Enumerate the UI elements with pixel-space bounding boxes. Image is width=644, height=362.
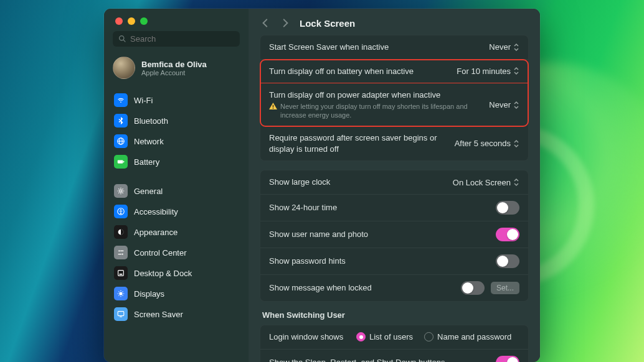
row-large-clock: Show large clock On Lock Screen (260, 170, 528, 195)
sidebar-item-label: Network (134, 137, 164, 146)
warning-icon (269, 103, 277, 110)
svg-point-13 (121, 253, 123, 254)
sidebar-item-label: Screen Saver (134, 310, 183, 319)
back-button[interactable] (260, 17, 271, 29)
row-screen-saver: Start Screen Saver when inactive Never (260, 35, 528, 60)
svg-point-11 (118, 250, 120, 251)
displays-icon (114, 287, 128, 300)
sidebar-item-battery[interactable]: Battery (110, 152, 242, 172)
avatar (113, 57, 135, 79)
search-input[interactable] (113, 31, 240, 47)
svg-point-17 (119, 292, 122, 295)
display-battery-popup[interactable]: For 10 minutes (457, 67, 519, 76)
page-title: Lock Screen (300, 18, 355, 29)
row-password-hints: Show password hints (260, 248, 528, 275)
row-login-window-shows: Login window shows List of users Name an… (260, 325, 528, 350)
network-icon (114, 134, 128, 148)
sidebar-item-label: General (134, 187, 163, 196)
label: Turn display off on power adapter when i… (269, 90, 483, 101)
label: Show 24-hour time (269, 202, 490, 213)
sidebar-item-appearance[interactable]: Appearance (110, 222, 242, 242)
switching-user-group: Login window shows List of users Name an… (260, 325, 529, 362)
svg-rect-5 (118, 160, 123, 163)
fullscreen-button[interactable] (140, 17, 148, 25)
toggle-sleep-restart[interactable] (496, 356, 519, 362)
sidebar-item-label: Accessibility (134, 207, 178, 216)
section-header-switching: When Switching User (260, 310, 529, 325)
svg-rect-18 (118, 312, 124, 316)
sidebar-item-control-center[interactable]: Control Center (110, 243, 242, 262)
svg-line-1 (123, 40, 125, 42)
sidebar-item-accessibility[interactable]: Accessibility (110, 202, 242, 221)
battery-icon (114, 155, 128, 169)
control-center-icon (114, 246, 128, 259)
radio-list-of-users[interactable]: List of users (356, 332, 413, 341)
display-power-popup[interactable]: Never (489, 100, 519, 109)
sidebar-item-label: Control Center (134, 248, 187, 258)
sidebar-item-wifi[interactable]: Wi-Fi (110, 90, 242, 110)
row-display-battery: Turn display off on battery when inactiv… (260, 60, 528, 84)
account-name: Bemfica de Oliva (141, 60, 207, 69)
chevron-up-down-icon (513, 43, 519, 52)
wifi-icon (114, 93, 128, 107)
sidebar-item-label: Battery (134, 157, 159, 167)
sidebar-item-displays[interactable]: Displays (110, 284, 242, 304)
label: Turn display off on battery when inactiv… (269, 66, 450, 77)
row-24-hour-time: Show 24-hour time (260, 195, 528, 221)
row-user-photo: Show user name and photo (260, 221, 528, 248)
svg-rect-6 (123, 161, 124, 163)
chevron-up-down-icon (513, 139, 519, 148)
large-clock-popup[interactable]: On Lock Screen (453, 178, 519, 187)
label: Login window shows (269, 332, 350, 343)
chevron-up-down-icon (513, 67, 519, 75)
sidebar-item-general[interactable]: General (110, 181, 242, 201)
screen-saver-popup[interactable]: Never (489, 42, 519, 52)
sidebar-item-bluetooth[interactable]: Bluetooth (110, 111, 242, 131)
toggle-user-photo[interactable] (496, 228, 519, 241)
main-pane: Lock Screen Start Screen Saver when inac… (249, 9, 540, 362)
forward-button[interactable] (280, 17, 291, 29)
close-button[interactable] (115, 17, 123, 25)
sidebar: Bemfica de Oliva Apple Account Wi-Fi Blu… (104, 9, 249, 362)
row-require-password: Require password after screen saver begi… (260, 126, 528, 160)
sidebar-item-label: Bluetooth (134, 116, 168, 126)
accessibility-icon (114, 205, 128, 218)
bluetooth-icon (114, 114, 128, 128)
row-display-power: Turn display off on power adapter when i… (260, 83, 528, 126)
label: Require password after screen saver begi… (269, 132, 448, 154)
svg-point-7 (120, 190, 122, 192)
chevron-up-down-icon (513, 178, 519, 187)
display-options-group: Show large clock On Lock Screen Show 24-… (260, 170, 529, 302)
toggle-24-hour[interactable] (496, 201, 519, 215)
svg-rect-20 (273, 104, 273, 107)
label: Start Screen Saver when inactive (269, 42, 483, 53)
system-settings-window: Bemfica de Oliva Apple Account Wi-Fi Blu… (104, 9, 540, 362)
radio-icon (356, 332, 366, 341)
toggle-password-hints[interactable] (496, 254, 519, 268)
gear-icon (114, 184, 128, 198)
svg-rect-15 (118, 271, 124, 276)
inactivity-group: Start Screen Saver when inactive Never T… (260, 35, 529, 161)
toggle-locked-message[interactable] (461, 281, 485, 295)
svg-point-9 (120, 209, 121, 210)
sidebar-item-desktop-dock[interactable]: Desktop & Dock (110, 263, 242, 283)
radio-icon (424, 332, 433, 341)
sidebar-item-network[interactable]: Network (110, 131, 242, 151)
label: Show the Sleep, Restart, and Shut Down b… (269, 357, 490, 362)
set-message-button[interactable]: Set... (491, 282, 519, 294)
search-icon (118, 35, 126, 43)
radio-name-password[interactable]: Name and password (424, 332, 511, 341)
warning-text: Never letting your display turn off may … (280, 102, 483, 121)
require-password-popup[interactable]: After 5 seconds (455, 139, 519, 148)
sidebar-item-label: Displays (134, 289, 164, 299)
svg-rect-21 (273, 108, 273, 108)
row-sleep-restart-buttons: Show the Sleep, Restart, and Shut Down b… (260, 350, 528, 362)
sidebar-item-screen-saver[interactable]: Screen Saver (110, 304, 242, 324)
svg-rect-16 (119, 274, 122, 275)
label: Show message when locked (269, 282, 455, 294)
account-row[interactable]: Bemfica de Oliva Apple Account (104, 52, 249, 88)
label: Show user name and photo (269, 229, 490, 240)
chevron-up-down-icon (513, 101, 519, 109)
account-subtitle: Apple Account (141, 69, 207, 77)
minimize-button[interactable] (128, 17, 135, 25)
